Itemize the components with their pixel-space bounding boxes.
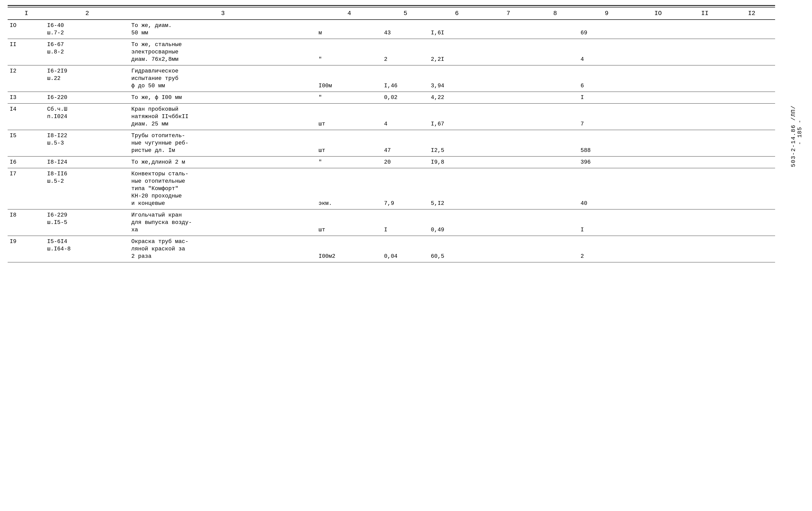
row-col11 (682, 168, 728, 178)
row-code: ш.5-2 (45, 178, 129, 185)
row-col9: 4 (579, 56, 635, 65)
row-code: I5-6I4 (45, 236, 129, 245)
row-description: Трубы отопитель- (129, 130, 317, 140)
row-id (8, 140, 45, 147)
row-col8 (532, 192, 579, 200)
header-col7: 7 (485, 7, 532, 20)
row-col11 (682, 226, 728, 236)
row-col5 (382, 75, 429, 82)
row-col5: 0,02 (382, 92, 429, 103)
row-id (8, 75, 45, 82)
table-row: типа "Комфорт" (8, 185, 775, 192)
row-col9: 40 (579, 200, 635, 209)
row-col8 (532, 92, 579, 103)
row-col9 (579, 245, 635, 253)
row-col8 (532, 140, 579, 147)
row-unit: экм. (317, 200, 382, 209)
row-col10 (635, 113, 682, 120)
row-col11 (682, 75, 728, 82)
row-col7 (485, 103, 532, 113)
header-col11: II (682, 7, 728, 20)
row-description: 50 мм (129, 29, 317, 39)
row-col7 (485, 209, 532, 219)
row-unit (317, 20, 382, 29)
header-col10: IO (635, 7, 682, 20)
row-col10 (635, 236, 682, 245)
row-col6: 3,94 (429, 82, 485, 92)
row-code: ш.8-2 (45, 48, 129, 56)
row-col6 (429, 103, 485, 113)
row-col11 (682, 20, 728, 29)
row-col8 (532, 20, 579, 29)
row-col10 (635, 130, 682, 140)
row-col12 (728, 185, 775, 192)
row-col9 (579, 192, 635, 200)
row-col12 (728, 200, 775, 209)
row-col10 (635, 20, 682, 29)
row-col9: 2 (579, 253, 635, 262)
row-col6: I2,5 (429, 147, 485, 156)
row-col9 (579, 65, 635, 75)
row-description: ные чугунные реб- (129, 140, 317, 147)
row-col12 (728, 113, 775, 120)
row-col5: I,46 (382, 82, 429, 92)
row-col10 (635, 39, 682, 48)
row-description: Кран пробковый (129, 103, 317, 113)
row-col8 (532, 236, 579, 245)
row-code: Сб.ч.Ш (45, 103, 129, 113)
table-row: I3I6-220То же, ф I00 мм"0,024,22I (8, 92, 775, 103)
row-description: испытание труб (129, 75, 317, 82)
row-description: Игольчатый кран (129, 209, 317, 219)
row-col10 (635, 219, 682, 226)
row-description: типа "Комфорт" (129, 185, 317, 192)
row-description: диам. 25 мм (129, 120, 317, 130)
row-col7 (485, 29, 532, 39)
row-col8 (532, 168, 579, 178)
row-col12 (728, 65, 775, 75)
row-col11 (682, 156, 728, 168)
row-col7 (485, 236, 532, 245)
row-code (45, 200, 129, 209)
row-col7 (485, 48, 532, 56)
row-col9 (579, 185, 635, 192)
row-description: То же, стальные (129, 39, 317, 48)
row-code (45, 147, 129, 156)
row-col12 (728, 236, 775, 245)
row-col8 (532, 82, 579, 92)
row-id (8, 56, 45, 65)
row-col11 (682, 178, 728, 185)
row-col12 (728, 39, 775, 48)
row-code: п.I024 (45, 113, 129, 120)
row-unit: шт (317, 226, 382, 236)
row-col7 (485, 192, 532, 200)
row-col11 (682, 147, 728, 156)
row-col11 (682, 82, 728, 92)
header-col12: I2 (728, 7, 775, 20)
row-col8 (532, 113, 579, 120)
row-id (8, 245, 45, 253)
row-col11 (682, 92, 728, 103)
row-col5 (382, 168, 429, 178)
row-unit (317, 168, 382, 178)
row-col12 (728, 75, 775, 82)
row-id: I9 (8, 236, 45, 245)
row-col6: 0,49 (429, 226, 485, 236)
table-row: ш.5-3ные чугунные реб- (8, 140, 775, 147)
row-code: ш.I64-8 (45, 245, 129, 253)
row-col7 (485, 65, 532, 75)
row-code (45, 253, 129, 262)
row-unit (317, 48, 382, 56)
row-id (8, 226, 45, 236)
row-col8 (532, 209, 579, 219)
row-col9: I (579, 92, 635, 103)
row-description: диам. 76х2,8мм (129, 56, 317, 65)
row-id (8, 120, 45, 130)
row-col12 (728, 48, 775, 56)
row-col5 (382, 245, 429, 253)
side-top-text: 503-2-14.86 /ЛП/ (790, 106, 797, 167)
row-col7 (485, 253, 532, 262)
row-col7 (485, 20, 532, 29)
row-col10 (635, 103, 682, 113)
row-col9 (579, 130, 635, 140)
row-code (45, 185, 129, 192)
